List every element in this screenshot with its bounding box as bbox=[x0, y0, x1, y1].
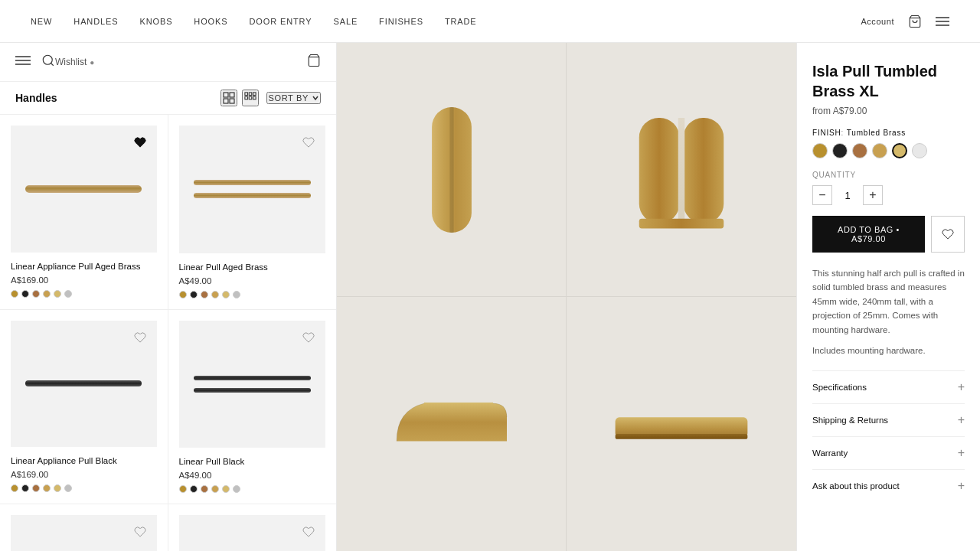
nav-item-nav-handles[interactable]: HANDLES bbox=[74, 14, 118, 29]
mobile-search-icon[interactable] bbox=[41, 54, 55, 70]
wishlist-button[interactable] bbox=[129, 521, 151, 543]
accordion-item[interactable]: Ask about this product+ bbox=[812, 469, 965, 502]
svg-rect-25 bbox=[639, 218, 724, 228]
color-dot[interactable] bbox=[201, 485, 208, 493]
color-dot[interactable] bbox=[32, 290, 40, 298]
color-dot[interactable] bbox=[190, 485, 198, 493]
product-card[interactable]: Linear Pull BlackA$49.00 bbox=[168, 310, 337, 505]
product-image-front bbox=[337, 43, 567, 297]
color-dot[interactable] bbox=[222, 291, 230, 298]
color-dot[interactable] bbox=[64, 290, 72, 298]
add-to-bag-button[interactable]: ADD TO BAG • A$79.00 bbox=[812, 216, 925, 253]
finish-dot[interactable] bbox=[832, 143, 848, 158]
color-dot[interactable] bbox=[64, 484, 72, 492]
product-pull-illustration bbox=[25, 380, 142, 386]
quantity-decrease-button[interactable]: − bbox=[812, 185, 832, 205]
product-price: A$169.00 bbox=[11, 470, 157, 479]
nav-item-nav-trade[interactable]: TRADE bbox=[445, 14, 477, 29]
finish-dot[interactable] bbox=[912, 143, 927, 158]
mobile-cart-icon[interactable] bbox=[307, 54, 321, 70]
wishlist-button[interactable] bbox=[298, 521, 319, 543]
product-description: This stunning half arch pull is crafted … bbox=[812, 266, 965, 337]
cart-icon[interactable] bbox=[908, 15, 922, 28]
nav-right: Account bbox=[861, 15, 949, 28]
wishlist-detail-button[interactable] bbox=[931, 216, 965, 253]
color-dot[interactable] bbox=[54, 484, 61, 492]
nav-item-nav-finishes[interactable]: FINISHES bbox=[379, 14, 423, 29]
color-dot[interactable] bbox=[211, 291, 219, 298]
color-dot[interactable] bbox=[222, 485, 230, 493]
svg-rect-13 bbox=[230, 99, 234, 103]
product-name: Linear Appliance Pull Aged Brass bbox=[11, 260, 157, 272]
finish-dot[interactable] bbox=[812, 143, 828, 158]
accordion-item[interactable]: Specifications+ bbox=[812, 370, 965, 403]
product-image-wrap bbox=[11, 321, 157, 448]
finish-dot[interactable] bbox=[872, 143, 887, 158]
product-card[interactable]: Linear Pull GoldA$49.00 bbox=[168, 504, 337, 551]
product-image-wrap bbox=[179, 321, 326, 448]
product-grid: Linear Appliance Pull Aged BrassA$169.00… bbox=[0, 115, 336, 551]
right-panel: Isla Pull Tumbled Brass XL from A$79.00 … bbox=[796, 43, 980, 551]
color-dot[interactable] bbox=[179, 291, 187, 298]
product-image-flat bbox=[567, 297, 796, 551]
accordion-item[interactable]: Warranty+ bbox=[812, 436, 965, 469]
wishlist-button[interactable] bbox=[298, 327, 319, 348]
color-dot[interactable] bbox=[21, 290, 29, 298]
color-dot[interactable] bbox=[32, 484, 40, 492]
product-card[interactable]: Linear Appliance Pull BlackA$169.00 bbox=[0, 310, 168, 505]
wishlist-button[interactable] bbox=[129, 132, 151, 153]
finish-selector: FINISH: Tumbled Brass bbox=[812, 129, 965, 158]
color-dot[interactable] bbox=[233, 291, 240, 298]
finish-dot[interactable] bbox=[852, 143, 867, 158]
color-dot[interactable] bbox=[211, 485, 219, 493]
quantity-increase-button[interactable]: + bbox=[863, 185, 883, 205]
color-dot[interactable] bbox=[201, 291, 208, 298]
nav-item-nav-new[interactable]: NEW bbox=[31, 14, 52, 29]
svg-rect-10 bbox=[224, 93, 228, 97]
color-dot[interactable] bbox=[11, 290, 18, 298]
svg-rect-17 bbox=[245, 96, 248, 99]
color-dot[interactable] bbox=[179, 485, 187, 493]
color-dots bbox=[11, 290, 157, 298]
wishlist-button[interactable] bbox=[129, 327, 151, 348]
color-dot[interactable] bbox=[11, 484, 18, 492]
color-dot[interactable] bbox=[21, 484, 29, 492]
nav-item-nav-sale[interactable]: SALE bbox=[333, 14, 358, 29]
color-dot[interactable] bbox=[54, 290, 61, 298]
nav-links: NEWHANDLESKNOBSHOOKSDOOR ENTRYSALEFINISH… bbox=[31, 14, 477, 29]
finish-dot[interactable] bbox=[892, 143, 907, 158]
svg-line-8 bbox=[51, 63, 53, 65]
color-dot[interactable] bbox=[190, 291, 198, 298]
menu-icon[interactable] bbox=[936, 15, 949, 28]
product-card[interactable]: Linear Appliance Pull Aged BrassA$169.00 bbox=[0, 115, 168, 310]
product-card[interactable]: Linear Pull Aged BrassA$49.00 bbox=[168, 115, 337, 310]
svg-rect-12 bbox=[224, 99, 228, 103]
accordion-expand-icon: + bbox=[958, 446, 965, 460]
color-dot[interactable] bbox=[233, 485, 240, 493]
product-image-wrap bbox=[179, 126, 326, 253]
wishlist-label[interactable]: Wishlist ● bbox=[55, 57, 94, 67]
account-link[interactable]: Account bbox=[861, 17, 894, 26]
hamburger-icon[interactable] bbox=[15, 55, 31, 69]
product-image-shelf bbox=[337, 297, 567, 551]
product-pull-illustration bbox=[25, 185, 142, 193]
product-card[interactable]: Linear Appliance Pull GoldA$169.00 bbox=[0, 504, 168, 551]
sort-button[interactable]: SORT BY bbox=[266, 92, 321, 104]
grid-2-btn[interactable] bbox=[220, 90, 237, 106]
wishlist-button[interactable] bbox=[298, 132, 319, 153]
svg-rect-15 bbox=[250, 93, 253, 96]
product-name: Linear Pull Aged Brass bbox=[179, 261, 326, 273]
product-title: Isla Pull Tumbled Brass XL bbox=[812, 61, 965, 101]
nav-item-nav-hooks[interactable]: HOOKS bbox=[194, 14, 227, 29]
grid-3-btn[interactable] bbox=[242, 90, 259, 106]
svg-rect-22 bbox=[639, 118, 680, 223]
color-dot[interactable] bbox=[43, 484, 51, 492]
svg-rect-19 bbox=[253, 96, 256, 99]
nav-item-nav-knobs[interactable]: KNOBS bbox=[139, 14, 172, 29]
accordion-item[interactable]: Shipping & Returns+ bbox=[812, 403, 965, 436]
color-dot[interactable] bbox=[43, 290, 51, 298]
nav-item-nav-door-entry[interactable]: DOOR ENTRY bbox=[250, 14, 312, 29]
includes-text: Includes mounting hardware. bbox=[812, 346, 965, 355]
mobile-topbar: Wishlist ● bbox=[0, 43, 336, 82]
accordion-label: Specifications bbox=[812, 383, 867, 392]
